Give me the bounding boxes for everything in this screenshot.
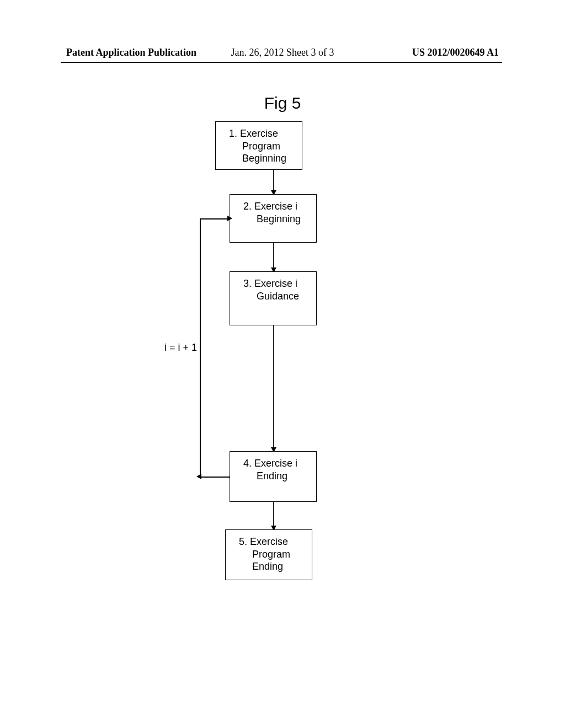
box-line: Program bbox=[229, 140, 295, 153]
box-title: Exercise bbox=[240, 128, 278, 139]
box-title: Exercise i bbox=[254, 278, 297, 289]
header-center: Jan. 26, 2012 Sheet 3 of 3 bbox=[0, 47, 565, 58]
header-rule bbox=[61, 62, 502, 63]
figure-title: Fig 5 bbox=[0, 94, 565, 113]
box-title: Exercise i bbox=[254, 201, 297, 212]
box-5-exercise-program-ending: 5. Exercise Program Ending bbox=[225, 529, 312, 580]
box-line: Program bbox=[239, 548, 305, 561]
box-line: Beginning bbox=[229, 152, 295, 165]
box-line: Ending bbox=[239, 560, 305, 573]
box-line: Guidance bbox=[243, 290, 310, 303]
loop-label: i = i + 1 bbox=[164, 342, 197, 354]
arrow-1-to-2 bbox=[273, 170, 274, 194]
box-title: Exercise i bbox=[254, 458, 297, 469]
flowchart: 1. Exercise Program Beginning 2. Exercis… bbox=[182, 121, 403, 607]
page-header: Patent Application Publication Jan. 26, … bbox=[0, 47, 565, 58]
box-title: Exercise bbox=[250, 536, 288, 547]
box-1-exercise-program-beginning: 1. Exercise Program Beginning bbox=[215, 121, 302, 170]
box-line: Ending bbox=[243, 470, 310, 483]
loop-segment-v1 bbox=[200, 218, 201, 477]
arrow-3-to-4 bbox=[273, 325, 274, 451]
loop-segment-h1 bbox=[200, 477, 230, 478]
arrow-2-to-3 bbox=[273, 243, 274, 271]
box-3-exercise-i-guidance: 3. Exercise i Guidance bbox=[230, 271, 317, 325]
box-line: Beginning bbox=[243, 213, 310, 226]
box-number: 1. bbox=[229, 128, 237, 139]
box-number: 5. bbox=[239, 536, 247, 547]
box-2-exercise-i-beginning: 2. Exercise i Beginning bbox=[230, 194, 317, 243]
loop-arrowhead-right bbox=[227, 216, 232, 221]
box-number: 4. bbox=[243, 458, 252, 469]
box-4-exercise-i-ending: 4. Exercise i Ending bbox=[230, 451, 317, 502]
arrow-4-to-5 bbox=[273, 502, 274, 529]
box-number: 2. bbox=[243, 201, 252, 212]
loop-arrowhead-left bbox=[196, 474, 201, 479]
box-number: 3. bbox=[243, 278, 252, 289]
loop-segment-h2 bbox=[200, 218, 230, 220]
